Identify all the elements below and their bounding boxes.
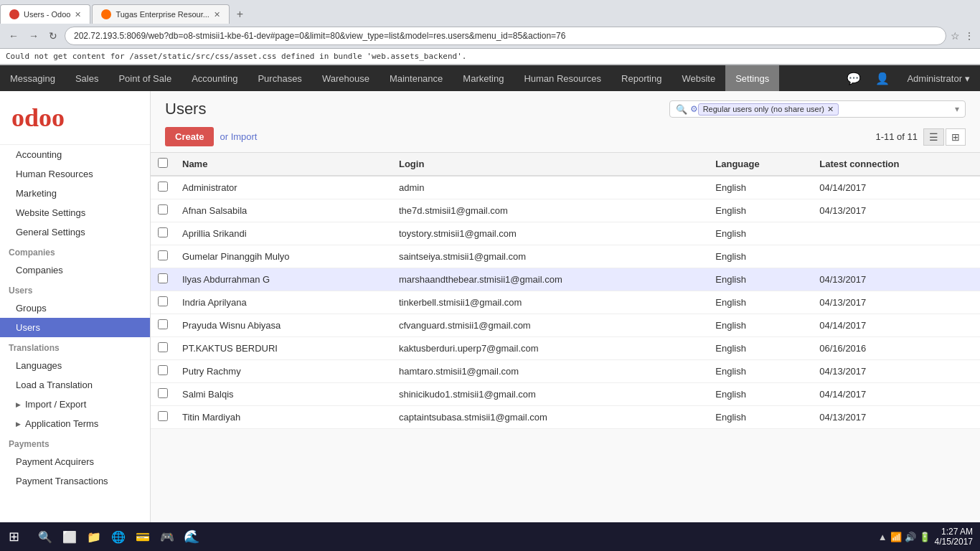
- select-all-checkbox[interactable]: [158, 158, 168, 168]
- nav-pos[interactable]: Point of Sale: [108, 65, 182, 91]
- import-link[interactable]: or Import: [220, 131, 257, 142]
- back-button[interactable]: ←: [6, 29, 22, 43]
- tab-odoo-close[interactable]: ✕: [75, 10, 81, 19]
- nav-messaging[interactable]: Messaging: [0, 65, 65, 91]
- sidebar-item-payment-transactions[interactable]: Payment Transactions: [0, 471, 150, 491]
- filter-tag-close[interactable]: ✕: [827, 105, 834, 114]
- table-row[interactable]: Aprillia Srikandi toystory.stmisii1@gmai…: [151, 222, 980, 245]
- sidebar-item-website-settings[interactable]: Website Settings: [0, 203, 150, 222]
- pagination: 1-11 of 11 ☰ ⊞: [875, 128, 966, 146]
- sidebar-item-companies[interactable]: Companies: [0, 260, 150, 280]
- sidebar-item-payment-acquirers[interactable]: Payment Acquirers: [0, 452, 150, 471]
- col-language: Language: [708, 153, 812, 176]
- row-checkbox-6[interactable]: [158, 319, 168, 329]
- row-login: shinicikudo1.stmisii1@gmail.com: [392, 383, 708, 406]
- taskbar-games[interactable]: 🎮: [156, 525, 179, 548]
- battery-icon: 🔋: [919, 532, 930, 542]
- sidebar-item-import-export[interactable]: ▶Import / Export: [0, 395, 150, 414]
- volume-icon[interactable]: 🔊: [905, 532, 916, 542]
- sidebar-item-accounting[interactable]: Accounting: [0, 145, 150, 164]
- sidebar-item-users[interactable]: Users: [0, 318, 150, 337]
- row-checkbox-5[interactable]: [158, 296, 168, 306]
- create-button[interactable]: Create: [165, 127, 214, 146]
- sidebar-item-general-settings[interactable]: General Settings: [0, 222, 150, 242]
- search-input[interactable]: [842, 103, 952, 116]
- row-checkbox-9[interactable]: [158, 388, 168, 398]
- row-latest-connection: 04/13/2017: [812, 406, 980, 429]
- search-filter-tag[interactable]: Regular users only (no share user) ✕: [698, 103, 839, 116]
- taskbar-edge[interactable]: 🌐: [107, 525, 130, 548]
- row-latest-connection: 04/14/2017: [812, 383, 980, 406]
- nav-website[interactable]: Website: [672, 65, 725, 91]
- table-row[interactable]: Indria Aprilyana tinkerbell.stmisii1@gma…: [151, 291, 980, 314]
- table-row[interactable]: Titin Mardiyah captaintsubasa.stmisii1@g…: [151, 406, 980, 429]
- sidebar-item-marketing[interactable]: Marketing: [0, 184, 150, 203]
- row-checkbox-7[interactable]: [158, 342, 168, 352]
- taskbar-chrome[interactable]: 🌊: [180, 525, 203, 548]
- row-checkbox-cell: [151, 245, 175, 268]
- nav-marketing[interactable]: Marketing: [453, 65, 514, 91]
- taskbar-time: 1:27 AM 4/15/2017: [935, 527, 973, 547]
- admin-button[interactable]: Administrator ▾: [897, 65, 980, 91]
- col-name: Name: [175, 153, 392, 176]
- table-row[interactable]: Putry Rachmy hamtaro.stmisii1@gmail.com …: [151, 360, 980, 383]
- row-checkbox-0[interactable]: [158, 182, 168, 192]
- users-table: Name Login Language Latest connection Ad…: [151, 152, 980, 429]
- taskbar-store[interactable]: 💳: [131, 525, 154, 548]
- bookmark-icon[interactable]: ☆: [951, 30, 960, 42]
- sidebar-item-hr[interactable]: Human Resources: [0, 164, 150, 184]
- network-icon[interactable]: 📶: [890, 532, 902, 542]
- table-row[interactable]: Administrator admin English 04/14/2017: [151, 176, 980, 199]
- row-name: Administrator: [175, 176, 392, 199]
- nav-hr[interactable]: Human Resources: [514, 65, 611, 91]
- row-login: kaktusberduri.uperp7@gmail.com: [392, 337, 708, 360]
- table-row[interactable]: Prayuda Wisnu Abiyasa cfvanguard.stmisii…: [151, 314, 980, 337]
- sidebar-item-load-translation[interactable]: Load a Translation: [0, 375, 150, 395]
- nav-warehouse[interactable]: Warehouse: [312, 65, 380, 91]
- sidebar-section-companies: Companies: [0, 242, 150, 260]
- user-icon[interactable]: 👤: [868, 65, 897, 91]
- table-row[interactable]: Afnan Salsabila the7d.stmisii1@gmail.com…: [151, 199, 980, 222]
- kanban-view-button[interactable]: ⊞: [946, 128, 966, 146]
- nav-maintenance[interactable]: Maintenance: [380, 65, 453, 91]
- nav-accounting[interactable]: Accounting: [182, 65, 248, 91]
- row-checkbox-4[interactable]: [158, 273, 168, 283]
- row-latest-connection: 04/13/2017: [812, 360, 980, 383]
- row-checkbox-10[interactable]: [158, 411, 168, 421]
- nav-settings[interactable]: Settings: [725, 65, 779, 91]
- address-input[interactable]: [65, 27, 946, 45]
- sidebar-item-languages[interactable]: Languages: [0, 356, 150, 375]
- table-row[interactable]: PT.KAKTUS BERDURI kaktusberduri.uperp7@g…: [151, 337, 980, 360]
- row-checkbox-2[interactable]: [158, 227, 168, 237]
- row-login: hamtaro.stmisii1@gmail.com: [392, 360, 708, 383]
- taskbar-task-view[interactable]: ⬜: [58, 525, 81, 548]
- sidebar-item-application-terms[interactable]: ▶Application Terms: [0, 414, 150, 433]
- row-checkbox-8[interactable]: [158, 365, 168, 375]
- page-title: Users: [165, 100, 206, 118]
- extensions-icon[interactable]: ⋮: [964, 30, 974, 42]
- row-checkbox-1[interactable]: [158, 204, 168, 215]
- new-tab-button[interactable]: +: [231, 5, 249, 24]
- col-latest-connection: Latest connection: [812, 153, 980, 176]
- row-name: PT.KAKTUS BERDURI: [175, 337, 392, 360]
- messages-icon[interactable]: 💬: [839, 65, 868, 91]
- tab-odoo[interactable]: Users - Odoo ✕: [0, 4, 90, 24]
- nav-purchases[interactable]: Purchases: [248, 65, 311, 91]
- start-button[interactable]: ⊞: [0, 529, 28, 545]
- nav-sales[interactable]: Sales: [65, 65, 109, 91]
- list-view-button[interactable]: ☰: [923, 128, 944, 146]
- table-row[interactable]: Salmi Balqis shinicikudo1.stmisii1@gmail…: [151, 383, 980, 406]
- forward-button[interactable]: →: [26, 29, 42, 43]
- taskbar-search[interactable]: 🔍: [34, 525, 57, 548]
- nav-reporting[interactable]: Reporting: [611, 65, 672, 91]
- tab-tugas[interactable]: Tugas Enterprise Resour... ✕: [92, 4, 229, 24]
- tab-tugas-close[interactable]: ✕: [214, 10, 220, 19]
- search-dropdown-icon[interactable]: ▾: [955, 104, 959, 114]
- taskbar-file-explorer[interactable]: 📁: [83, 525, 105, 548]
- row-checkbox-3[interactable]: [158, 250, 168, 260]
- sidebar-item-groups[interactable]: Groups: [0, 298, 150, 318]
- table-row[interactable]: Gumelar Pinanggih Mulyo saintseiya.stmis…: [151, 245, 980, 268]
- reload-button[interactable]: ↻: [46, 29, 60, 43]
- arrow-up-icon[interactable]: ▲: [878, 532, 887, 542]
- table-row[interactable]: Ilyas Abdurrahman G marshaandthebear.stm…: [151, 268, 980, 291]
